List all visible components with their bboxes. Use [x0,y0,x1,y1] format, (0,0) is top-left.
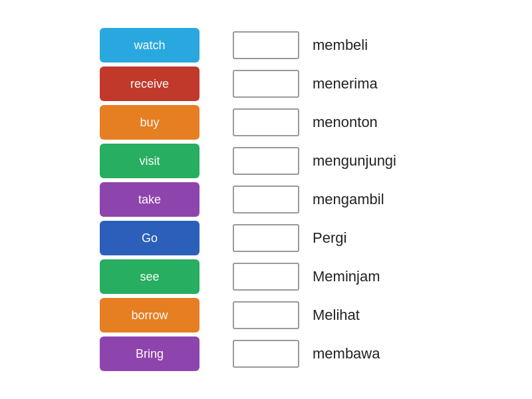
word-button-go[interactable]: Go [100,221,200,255]
word-button-receive[interactable]: receive [100,66,200,101]
translation-label-4: mengambil [313,191,432,208]
match-row: Meminjam [233,259,432,294]
drop-box-4[interactable] [233,186,299,213]
word-button-buy[interactable]: buy [100,105,200,140]
word-button-visit[interactable]: visit [100,144,200,178]
word-button-borrow[interactable]: borrow [100,298,200,332]
translation-label-8: membawa [313,345,432,362]
match-row: membawa [233,336,432,371]
match-row: Pergi [233,221,432,255]
translation-label-3: mengunjungi [313,152,432,170]
drop-box-0[interactable] [233,31,299,59]
match-row: mengambil [233,182,432,217]
drop-box-2[interactable] [233,108,299,136]
drop-box-8[interactable] [233,340,299,368]
drop-box-6[interactable] [233,263,299,291]
word-button-watch[interactable]: watch [100,28,200,63]
word-button-see[interactable]: see [100,259,200,294]
translation-label-7: Melihat [313,307,432,324]
translation-label-0: membeli [313,37,432,54]
translation-label-1: menerima [313,75,432,92]
word-button-bring[interactable]: Bring [100,336,200,371]
match-rows-panel: membelimenerimamenontonmengunjungimengam… [233,28,432,371]
drop-box-3[interactable] [233,147,299,175]
word-buttons-panel: watchreceivebuyvisittakeGoseeborrowBring [100,28,200,371]
drop-box-1[interactable] [233,70,299,98]
drop-box-5[interactable] [233,224,299,252]
translation-label-2: menonton [313,114,432,131]
word-button-take[interactable]: take [100,182,200,217]
match-row: Melihat [233,298,432,332]
match-row: membeli [233,28,432,63]
translation-label-6: Meminjam [313,268,432,285]
main-container: watchreceivebuyvisittakeGoseeborrowBring… [86,15,446,384]
match-row: menerima [233,66,432,101]
drop-box-7[interactable] [233,301,299,329]
match-row: menonton [233,105,432,140]
translation-label-5: Pergi [313,229,432,247]
match-row: mengunjungi [233,144,432,178]
